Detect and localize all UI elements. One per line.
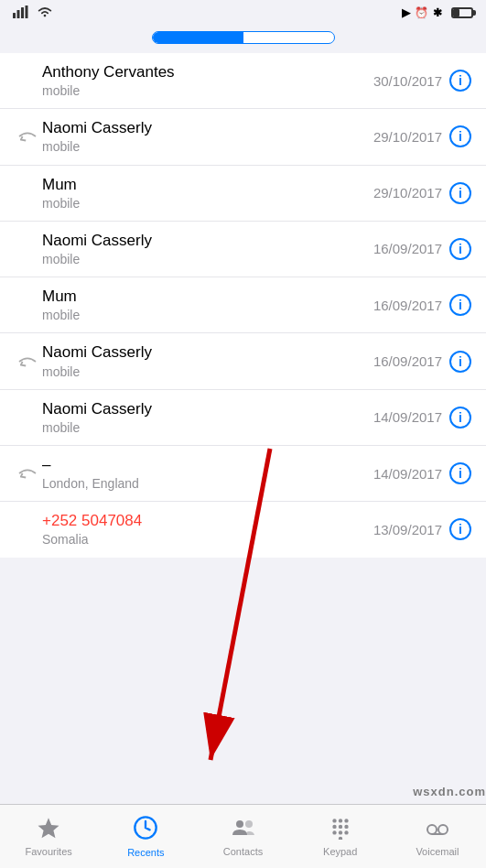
call-item[interactable]: Naomi Casserlymobile16/09/2017i — [0, 333, 486, 389]
call-meta: 30/10/2017i — [373, 70, 471, 92]
call-date: 16/09/2017 — [373, 241, 442, 256]
call-type: mobile — [42, 195, 373, 212]
call-meta: 16/09/2017i — [373, 238, 471, 260]
tab-favourites[interactable]: Favourites — [0, 805, 97, 868]
call-date: 16/09/2017 — [373, 298, 442, 313]
favourites-icon — [37, 816, 60, 843]
call-name: Naomi Casserly — [42, 231, 373, 251]
call-type: mobile — [42, 363, 373, 380]
tab-keypad[interactable]: Keypad — [292, 805, 389, 868]
info-button[interactable]: i — [449, 462, 471, 484]
tab-all[interactable] — [153, 32, 243, 43]
tab-contacts[interactable]: Contacts — [194, 805, 291, 868]
call-name: Naomi Casserly — [42, 399, 373, 419]
contacts-label: Contacts — [223, 846, 263, 857]
call-meta: 16/09/2017i — [373, 351, 471, 373]
location-icon: ▶ — [402, 6, 410, 19]
svg-point-17 — [344, 830, 348, 834]
svg-point-14 — [344, 825, 348, 829]
call-date: 30/10/2017 — [373, 73, 442, 89]
recents-icon — [133, 815, 158, 844]
recents-label: Recents — [127, 847, 164, 858]
missed-call-icon — [15, 353, 40, 370]
watermark: wsxdn.com — [413, 783, 486, 799]
call-info: Naomi Casserlymobile — [42, 399, 373, 436]
svg-point-11 — [344, 819, 348, 822]
status-right: ▶ ⏰ ✱ — [402, 6, 473, 19]
info-button[interactable]: i — [449, 238, 471, 260]
svg-point-15 — [332, 830, 336, 834]
status-bar: ▶ ⏰ ✱ — [0, 0, 486, 26]
call-item[interactable]: –London, England14/09/2017i — [0, 446, 486, 502]
call-meta: 16/09/2017i — [373, 294, 471, 316]
svg-point-13 — [339, 825, 342, 829]
call-name: Naomi Casserly — [42, 118, 373, 138]
call-meta: 29/10/2017i — [373, 125, 471, 147]
call-meta: 14/09/2017i — [373, 462, 471, 484]
svg-point-16 — [339, 830, 342, 834]
svg-rect-0 — [13, 13, 16, 18]
info-button[interactable]: i — [449, 407, 471, 429]
call-date: 14/09/2017 — [373, 466, 442, 482]
call-item[interactable]: Naomi Casserlymobile14/09/2017i — [0, 390, 486, 446]
call-name: Anthony Cervantes — [42, 62, 373, 82]
call-info: Anthony Cervantesmobile — [42, 62, 373, 99]
keypad-icon — [329, 816, 352, 843]
call-meta: 29/10/2017i — [373, 182, 471, 204]
alarm-icon: ⏰ — [415, 6, 428, 19]
call-date: 16/09/2017 — [373, 353, 442, 369]
svg-rect-1 — [17, 10, 20, 18]
status-left — [13, 5, 53, 21]
call-type: mobile — [42, 419, 373, 436]
info-button[interactable]: i — [449, 125, 471, 147]
call-type: mobile — [42, 82, 373, 99]
voicemail-icon — [425, 816, 450, 843]
svg-point-18 — [339, 837, 342, 840]
voicemail-label: Voicemail — [416, 846, 459, 857]
svg-point-8 — [245, 820, 253, 828]
tab-bar: FavouritesRecentsContacts KeypadVoicemai… — [0, 804, 486, 868]
bluetooth-icon: ✱ — [433, 6, 442, 19]
call-type: mobile — [42, 138, 373, 155]
call-type: Somalia — [42, 531, 373, 548]
call-item[interactable]: Anthony Cervantesmobile30/10/2017i — [0, 53, 486, 109]
info-button[interactable]: i — [449, 518, 471, 540]
info-button[interactable]: i — [449, 351, 471, 373]
call-name: Naomi Casserly — [42, 342, 373, 363]
call-date: 13/09/2017 — [373, 522, 442, 537]
tab-missed[interactable] — [243, 32, 334, 43]
call-info: Naomi Casserlymobile — [42, 342, 373, 379]
battery-icon — [451, 7, 473, 18]
call-info: Naomi Casserlymobile — [42, 231, 373, 267]
segment-control — [152, 31, 335, 44]
call-name: – — [42, 455, 373, 475]
info-button[interactable]: i — [449, 182, 471, 204]
missed-call-icon — [15, 465, 40, 482]
call-item[interactable]: Naomi Casserlymobile16/09/2017i — [0, 222, 486, 277]
call-type: London, England — [42, 475, 373, 492]
svg-point-9 — [332, 819, 336, 822]
call-item[interactable]: Naomi Casserlymobile29/10/2017i — [0, 109, 486, 165]
call-item[interactable]: +252 5047084Somalia13/09/2017i — [0, 502, 486, 557]
svg-point-19 — [427, 825, 437, 834]
call-info: Mummobile — [42, 287, 373, 323]
call-item[interactable]: Mummobile29/10/2017i — [0, 166, 486, 222]
call-info: +252 5047084Somalia — [42, 511, 373, 548]
call-type: mobile — [42, 251, 373, 267]
call-item[interactable]: Mummobile16/09/2017i — [0, 277, 486, 333]
svg-point-20 — [438, 825, 448, 834]
tab-recents[interactable]: Recents — [97, 805, 194, 868]
call-type: mobile — [42, 307, 373, 323]
svg-rect-3 — [26, 5, 28, 18]
missed-call-icon — [15, 128, 40, 145]
call-name: Mum — [42, 175, 373, 195]
svg-rect-2 — [21, 7, 24, 18]
info-button[interactable]: i — [449, 294, 471, 316]
svg-point-7 — [236, 820, 243, 828]
info-button[interactable]: i — [449, 70, 471, 92]
signal-bars — [13, 5, 29, 21]
call-list: Anthony Cervantesmobile30/10/2017i Naomi… — [0, 53, 486, 558]
call-date: 29/10/2017 — [373, 129, 442, 145]
tab-voicemail[interactable]: Voicemail — [389, 805, 486, 868]
keypad-label: Keypad — [323, 846, 357, 857]
